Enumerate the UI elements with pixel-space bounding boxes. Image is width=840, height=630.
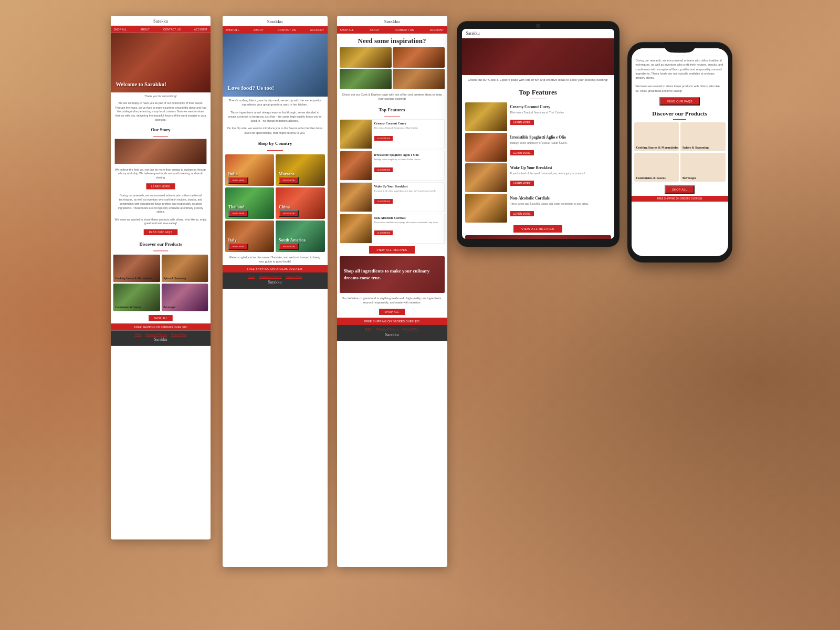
email1-product-3-label: Condiments & Sauces	[115, 306, 141, 309]
phone-device: Sarakku During our research, we encounte…	[627, 42, 732, 262]
email2-thailand-card: Thailand SHOP NOW	[225, 187, 275, 219]
email1-body3: We knew we wanted to share these product…	[111, 215, 211, 226]
email3-feature-1: Creamy Coconut Curry Dive into a Tropica…	[340, 119, 445, 149]
email3-feature-3-title: Wake Up Your Breakfast	[374, 185, 442, 189]
email3-top-text: Check out our Cook & Explore page with l…	[337, 91, 447, 103]
email3-shop-banner: Shop all ingredients to make your culina…	[340, 256, 445, 293]
tablet-feature-2-img	[465, 133, 507, 162]
email2-india-btn[interactable]: SHOP NOW	[228, 177, 248, 184]
tablet-title-divider	[530, 99, 546, 99]
tablet-feature-1-btn[interactable]: LEARN MORE	[510, 120, 534, 125]
email2-morocco-btn[interactable]: SHOP NOW	[279, 177, 299, 184]
hero-text-2: Love food? Us too!	[228, 84, 274, 91]
email1-product-2: Spices & Seasoning	[161, 255, 208, 282]
email3-nav-shop[interactable]: SHOP ALL	[340, 28, 354, 32]
email2-sa-label: South America	[279, 238, 306, 243]
phone-shop-all-btn[interactable]: SHOP ALL	[665, 185, 695, 194]
phone-story-text2: We knew we wanted to share these product…	[632, 82, 728, 95]
email1-subtitle: Thank you for subscribing!	[111, 92, 211, 100]
email2-thailand-label: Thailand	[228, 205, 245, 209]
email1-body1: We believe the food you eat can be more …	[111, 165, 211, 181]
tablet-screen: Sarakku Check out our Cook & Explore pag…	[462, 29, 614, 239]
email3-feature-3-desc: If you're tired of the usual flavors of …	[374, 190, 442, 193]
email2-italy-btn[interactable]: SHOP NOW	[228, 243, 248, 250]
email1-shop-all-btn[interactable]: SHOP ALL	[149, 315, 173, 321]
email3-food-img-1	[340, 47, 392, 68]
email3-nav-account[interactable]: ACCOUNT	[430, 28, 444, 32]
phone-story-text: During our research, we encountered arti…	[632, 56, 728, 82]
email2-logo: Sarakku	[223, 16, 328, 26]
email2-italy-label: Italy	[228, 238, 237, 243]
email2-morocco-label: Morocco	[279, 172, 295, 176]
email1-faqs-link[interactable]: FAQ's	[134, 333, 141, 336]
tablet-feature-4-btn[interactable]: LEARN MORE	[510, 211, 534, 216]
email3-nav-about[interactable]: ABOUT	[370, 28, 380, 32]
email1-product-4: Beverages	[161, 284, 208, 311]
email1-products-title: Discover our Products	[111, 238, 211, 249]
tablet-feature-3-img	[465, 163, 507, 192]
phone-product-3-label: Condiments & Sauces	[636, 176, 666, 180]
email3-feature-4: Non-Alcoholic Cordials These sweet and f…	[340, 214, 445, 244]
tablet-feature-4-content: Non-Alcoholic Cordials These sweet and f…	[507, 194, 611, 223]
phone-products-title: Discover our Products	[632, 108, 728, 118]
nav-account[interactable]: ACCOUNT	[194, 28, 207, 31]
email3-view-all-btn[interactable]: VIEW ALL RECIPES	[369, 246, 415, 254]
email1-divider	[153, 136, 168, 136]
tablet-feature-2-content: Irresistible Spaghetti Aglio e Olio Indu…	[507, 133, 611, 162]
phone-products-divider	[673, 119, 686, 120]
tablet-feature-3-content: Wake Up Your Breakfast If you're tired o…	[507, 163, 611, 192]
email1-hero: Welcome to Sarakku!	[111, 33, 211, 92]
tablet-feature-3-btn[interactable]: LEARN MORE	[510, 181, 534, 186]
email2-china-label: China	[279, 205, 290, 209]
email2-thailand-btn[interactable]: SHOP NOW	[228, 210, 248, 217]
tablet-shop-banner: Shop all ingredients to make your culina…	[465, 235, 611, 239]
email1-privacy-link[interactable]: Privacy Policy	[171, 333, 186, 336]
email3-feature-2-img	[340, 151, 372, 180]
email2-china-btn[interactable]: SHOP NOW	[279, 210, 299, 217]
main-layout: Sarakku SHOP ALL ABOUT CONTACT US ACCOUN…	[0, 0, 840, 630]
email1-faq-btn[interactable]: READ OUR FAQs	[143, 229, 177, 235]
email2-nav-about[interactable]: ABOUT	[254, 28, 264, 32]
nav-contact[interactable]: CONTACT US	[163, 28, 180, 31]
tablet-view-all-btn[interactable]: VIEW ALL RECIPES	[513, 225, 562, 233]
email1-shipping-link[interactable]: Shipping & Returns	[145, 333, 167, 336]
phone-notch	[664, 42, 696, 52]
email1-story-title: Our Story	[111, 123, 211, 134]
email1-nav: SHOP ALL ABOUT CONTACT US ACCOUNT	[111, 26, 211, 33]
email1-footer-logo: Sarakku	[114, 336, 206, 343]
email2-china-card: China SHOP NOW	[276, 187, 325, 219]
email2-nav-account[interactable]: ACCOUNT	[310, 28, 324, 32]
email1-learn-more-btn[interactable]: LEARN MORE	[146, 183, 175, 189]
tablet-feature-2-title: Irresistible Spaghetti Aglio e Olio	[510, 135, 608, 140]
nav-about[interactable]: ABOUT	[140, 28, 150, 31]
email3-privacy-link[interactable]: Privacy Policy	[403, 328, 419, 331]
email3-feature-4-btn[interactable]: LEARN MORE	[374, 230, 393, 235]
email2-faqs-link[interactable]: FAQ's	[248, 275, 255, 278]
email3-nav-contact[interactable]: CONTACT US	[395, 28, 414, 32]
email3-shipping-link[interactable]: Shipping & Returns	[376, 328, 398, 331]
email2-divider	[267, 150, 283, 151]
email2-nav-shop[interactable]: SHOP ALL	[226, 28, 240, 32]
email3-footer-bottom: FAQ's Shipping & Returns Privacy Policy …	[337, 325, 447, 341]
email2-privacy-link[interactable]: Privacy Policy	[286, 275, 302, 278]
nav-shop[interactable]: SHOP ALL	[113, 28, 127, 31]
email1-product-grid: Cooking Sauces & Marmalades Spices & Sea…	[111, 253, 211, 312]
phone-faq-btn[interactable]: READ OUR FAQs	[659, 97, 700, 106]
email3-feature-1-desc: Dive into a Tropical Sensation of Thai C…	[374, 127, 442, 130]
tablet-feature-4-desc: These sweet and flavorful syrups add som…	[510, 202, 608, 206]
email3-faqs-link[interactable]: FAQ's	[365, 328, 372, 331]
email3-feature-2-content: Irresistible Spaghetti Aglio e Olio Indu…	[372, 151, 444, 180]
email3-feature-3-btn[interactable]: LEARN MORE	[374, 199, 393, 204]
email3-shop-all-btn[interactable]: SHOP ALL	[379, 309, 404, 315]
tablet-feature-1-desc: Dive into a Tropical Sensation of Thai C…	[510, 111, 608, 115]
email2-sa-btn[interactable]: SHOP NOW	[279, 243, 299, 250]
email2-footer-bottom: FAQ's Shipping & Returns Privacy Policy …	[223, 272, 328, 289]
tablet-feature-2-btn[interactable]: LEARN MORE	[510, 150, 534, 155]
email3-feature-2-btn[interactable]: LEARN MORE	[374, 167, 393, 172]
email3-feature-2-desc: Indulge in the simplicity of classic Ita…	[374, 158, 442, 161]
email2-nav-contact[interactable]: CONTACT US	[278, 28, 296, 32]
phone-screen: Sarakku During our research, we encounte…	[632, 48, 728, 256]
email3-feature-1-btn[interactable]: LEARN MORE	[374, 136, 393, 141]
email2-shipping-link[interactable]: Shipping & Returns	[259, 275, 281, 278]
email3-logo: Sarakku	[337, 16, 447, 26]
